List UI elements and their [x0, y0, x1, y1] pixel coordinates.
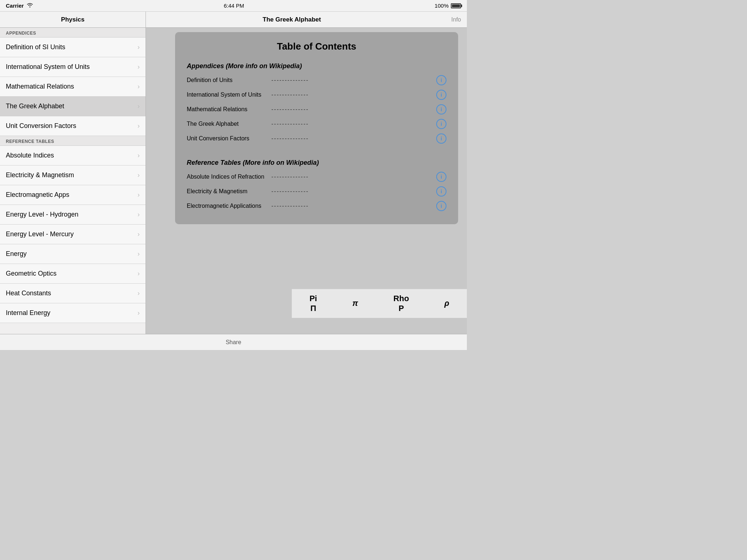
greek-rho-name: Rho	[394, 294, 409, 303]
chevron-right-icon: ›	[138, 211, 140, 218]
toc-row-label: Electricity & Magnetism	[187, 188, 267, 195]
sidebar-item-label: Geometric Optics	[6, 270, 57, 277]
chevron-right-icon: ›	[138, 152, 140, 159]
app-title: Physics	[61, 16, 84, 23]
toc-row-label: International System of Units	[187, 92, 267, 98]
chevron-right-icon: ›	[138, 43, 140, 51]
nav-center-panel: The Greek Alphabet	[146, 16, 438, 23]
share-bar: Share	[0, 334, 467, 350]
sidebar: APPENDICESDefinition of SI Units›Interna…	[0, 28, 146, 334]
share-button[interactable]: Share	[226, 339, 241, 346]
sidebar-item-label: Electromagnetic Apps	[6, 191, 69, 199]
toc-row-dots: --------------	[271, 203, 432, 209]
sidebar-item-label: International System of Units	[6, 63, 90, 71]
sidebar-item-label: Unit Conversion Factors	[6, 122, 76, 130]
sidebar-item-label: Definition of SI Units	[6, 43, 65, 51]
greek-rho-upper: P	[399, 304, 404, 313]
status-time: 6:44 PM	[224, 3, 244, 9]
sidebar-item-label: Internal Energy	[6, 309, 50, 317]
main-content: APPENDICESDefinition of SI Units›Interna…	[0, 28, 467, 334]
sidebar-item-absolute-indices[interactable]: Absolute Indices›	[0, 146, 146, 166]
chevron-right-icon: ›	[138, 250, 140, 258]
toc-row-info-icon[interactable]: i	[436, 104, 446, 114]
chevron-right-icon: ›	[138, 191, 140, 199]
toc-appendices-rows: Definition of Units--------------iIntern…	[187, 75, 446, 144]
sidebar-item-energy-level-hydrogen[interactable]: Energy Level - Hydrogen›	[0, 205, 146, 225]
greek-rho-lower: ρ	[444, 299, 449, 308]
greek-rho-lower-col: ρ	[444, 299, 449, 308]
status-left: Carrier	[6, 3, 33, 9]
toc-row-info-icon[interactable]: i	[436, 172, 446, 182]
chevron-right-icon: ›	[138, 102, 140, 110]
info-button[interactable]: Info	[451, 16, 461, 23]
detail-panel: Table of Contents Appendices (More info …	[146, 28, 467, 334]
sidebar-item-energy-level-mercury[interactable]: Energy Level - Mercury›	[0, 225, 146, 244]
chevron-right-icon: ›	[138, 122, 140, 130]
sidebar-item-label: Absolute Indices	[6, 152, 54, 159]
toc-row-dots: --------------	[271, 106, 432, 113]
greek-pi-name: Pi	[309, 294, 317, 303]
toc-row-info-icon[interactable]: i	[436, 201, 446, 211]
toc-reference-heading: Reference Tables (More info on Wikipedia…	[187, 159, 446, 167]
toc-row-label: Definition of Units	[187, 77, 267, 83]
toc-row[interactable]: Electricity & Magnetism--------------i	[187, 186, 446, 197]
greek-rho-col: Rho P	[394, 294, 409, 313]
battery-percent: 100%	[435, 3, 449, 9]
sidebar-item-energy[interactable]: Energy›	[0, 244, 146, 264]
toc-row[interactable]: Absolute Indices of Refraction----------…	[187, 172, 446, 182]
sidebar-item-mathematical-relations[interactable]: Mathematical Relations›	[0, 77, 146, 97]
toc-row-dots: --------------	[271, 121, 432, 127]
wifi-icon	[27, 3, 33, 9]
toc-row-label: Absolute Indices of Refraction	[187, 174, 267, 180]
sidebar-item-internal-energy[interactable]: Internal Energy›	[0, 303, 146, 323]
toc-reference-rows: Absolute Indices of Refraction----------…	[187, 172, 446, 211]
sidebar-item-electricity-magnetism[interactable]: Electricity & Magnetism›	[0, 166, 146, 185]
toc-row-info-icon[interactable]: i	[436, 90, 446, 100]
toc-row-dots: --------------	[271, 174, 432, 180]
toc-row[interactable]: Definition of Units--------------i	[187, 75, 446, 85]
toc-row[interactable]: The Greek Alphabet--------------i	[187, 119, 446, 129]
toc-row[interactable]: Unit Conversion Factors--------------i	[187, 133, 446, 144]
toc-row-info-icon[interactable]: i	[436, 133, 446, 144]
nav-left-panel: Physics	[0, 12, 146, 27]
svg-point-0	[30, 7, 31, 8]
sidebar-item-the-greek-alphabet[interactable]: The Greek Alphabet›	[0, 97, 146, 116]
sidebar-item-label: Electricity & Magnetism	[6, 171, 74, 179]
toc-appendices-heading: Appendices (More info on Wikipedia)	[187, 62, 446, 70]
chevron-right-icon: ›	[138, 289, 140, 297]
sidebar-item-unit-conversion-factors[interactable]: Unit Conversion Factors›	[0, 116, 146, 136]
toc-row-label: Unit Conversion Factors	[187, 135, 267, 142]
status-bar: Carrier 6:44 PM 100%	[0, 0, 467, 12]
sidebar-item-definition-of-si-units[interactable]: Definition of SI Units›	[0, 38, 146, 57]
toc-row-info-icon[interactable]: i	[436, 186, 446, 197]
sidebar-item-label: Energy	[6, 250, 27, 258]
sidebar-item-label: Energy Level - Hydrogen	[6, 211, 78, 218]
sidebar-item-electromagnetic-apps[interactable]: Electromagnetic Apps›	[0, 185, 146, 205]
greek-pi-col: Pi Π	[309, 294, 317, 313]
greek-pi-lower: π	[352, 299, 358, 308]
sidebar-item-international-system-of-units[interactable]: International System of Units›	[0, 57, 146, 77]
toc-row[interactable]: International System of Units-----------…	[187, 90, 446, 100]
toc-row[interactable]: Electromagnetic Applications------------…	[187, 201, 446, 211]
greek-pi-upper: Π	[310, 304, 316, 313]
toc-row-info-icon[interactable]: i	[436, 75, 446, 85]
sidebar-item-geometric-optics[interactable]: Geometric Optics›	[0, 264, 146, 284]
sidebar-item-heat-constants[interactable]: Heat Constants›	[0, 284, 146, 303]
chevron-right-icon: ›	[138, 171, 140, 179]
chevron-right-icon: ›	[138, 83, 140, 90]
toc-row[interactable]: Mathematical Relations--------------i	[187, 104, 446, 114]
sidebar-section-header-1: REFERENCE TABLES	[0, 136, 146, 146]
battery-icon	[451, 3, 461, 8]
chevron-right-icon: ›	[138, 270, 140, 277]
sidebar-item-label: Heat Constants	[6, 289, 51, 297]
status-right: 100%	[435, 3, 461, 9]
sidebar-section-header-0: APPENDICES	[0, 28, 146, 38]
nav-bar: Physics The Greek Alphabet Info	[0, 12, 467, 28]
toc-card: Table of Contents Appendices (More info …	[175, 32, 458, 224]
greek-bottom-preview: Pi Π π Rho P ρ	[292, 289, 467, 318]
sidebar-item-label: Energy Level - Mercury	[6, 230, 74, 238]
chevron-right-icon: ›	[138, 63, 140, 71]
toc-row-info-icon[interactable]: i	[436, 119, 446, 129]
page-title: The Greek Alphabet	[263, 16, 321, 23]
carrier-label: Carrier	[6, 3, 24, 9]
